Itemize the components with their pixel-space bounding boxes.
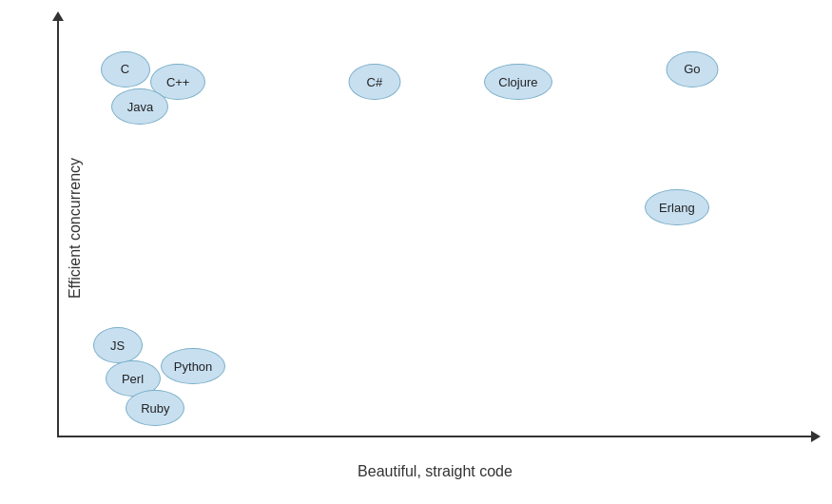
y-axis [57, 19, 59, 437]
language-bubble-c: C [101, 51, 150, 87]
x-axis [57, 436, 813, 437]
language-bubble-csharp: C# [348, 64, 400, 100]
language-bubble-java: Java [111, 88, 168, 125]
x-axis-label: Beautiful, straight code [57, 463, 813, 480]
language-bubble-clojure: Clojure [484, 64, 552, 100]
language-bubble-python: Python [161, 348, 225, 384]
y-axis-arrow [52, 11, 64, 21]
language-bubble-erlang: Erlang [645, 189, 709, 225]
language-bubble-ruby: Ruby [126, 390, 184, 426]
chart-container: Efficient concurrency Beautiful, straigh… [0, 0, 832, 504]
language-bubble-go: Go [666, 51, 718, 87]
language-bubble-js: JS [93, 327, 143, 363]
x-axis-arrow [811, 431, 821, 442]
